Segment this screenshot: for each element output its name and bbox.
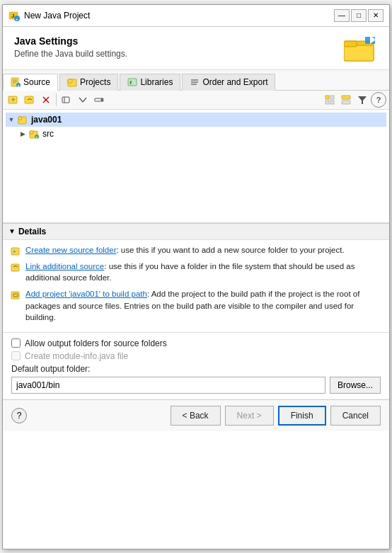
tree-toggle-src[interactable]: ▶ [17,128,28,139]
tree-area[interactable]: ▼ java001 ▶ s src [3,110,389,223]
source-folder-icon: s [28,128,40,139]
svg-text:J: J [11,13,14,19]
header-folder-icon [344,35,378,64]
svg-rect-16 [68,79,72,83]
remove-button[interactable] [38,92,54,108]
svg-rect-48 [11,264,19,271]
options-area: Allow output folders for source folders … [3,332,389,399]
svg-text:+: + [11,96,15,103]
toggle-output-button[interactable] [59,92,74,108]
title-bar-left: J + New Java Project [8,10,90,21]
libraries-tab-icon: ℓ [127,77,137,87]
svg-marker-39 [358,96,367,104]
tab-bar: s Source Projects ℓ Libraries Order [3,70,389,91]
output-folder-row: Browse... [11,377,381,394]
link-source-button[interactable] [22,92,38,108]
tree-item-src[interactable]: ▶ s src [6,127,386,141]
svg-rect-5 [344,45,374,61]
window-title: New Java Project [24,11,90,21]
close-button[interactable]: ✕ [368,9,384,22]
maximize-button[interactable]: □ [351,9,367,22]
output-folder-input[interactable] [11,377,325,394]
expand-all-button[interactable] [322,92,338,108]
tab-source-label: Source [23,77,50,87]
details-text-2: Link additional source: use this if you … [25,261,382,284]
details-header[interactable]: ▼ Details [3,224,389,240]
tab-libraries-label: Libraries [140,77,173,87]
help-toolbar-button[interactable]: ? [371,92,386,108]
allow-output-checkbox[interactable] [11,338,21,348]
svg-rect-24 [25,96,33,103]
allow-output-label[interactable]: Allow output folders for source folders [25,338,167,348]
toolbar-separator-1 [56,93,57,106]
add-source-folder-button[interactable]: + [6,92,21,108]
dropdown-button[interactable] [91,92,107,108]
tree-toggle-java001[interactable]: ▼ [6,114,17,125]
details-content: + Create new source folder: use this if … [3,240,389,332]
toggle-view-button[interactable] [338,92,354,108]
details-icon-3 [10,289,21,300]
filter-button[interactable] [354,92,370,108]
cancel-button[interactable]: Cancel [330,406,381,426]
allow-output-folders-row: Allow output folders for source folders [11,338,381,348]
svg-text:+: + [16,17,18,21]
output-folder-label: Default output folder: [11,364,381,374]
details-icon-2 [10,261,21,273]
svg-rect-41 [18,117,22,120]
tree-label-src: src [42,129,54,139]
tab-order[interactable]: Order and Export [182,74,275,91]
details-text-1: Create new source folder: use this if yo… [25,244,345,256]
svg-rect-36 [330,101,334,104]
tab-libraries[interactable]: ℓ Libraries [120,74,180,91]
source-tab-icon: s [11,77,21,87]
svg-rect-33 [325,96,329,99]
page-subtitle: Define the Java build settings. [14,49,127,59]
svg-rect-27 [62,97,69,103]
finish-button[interactable]: Finish [278,406,326,426]
details-text-suffix-1: : use this if you want to add a new sour… [116,246,344,254]
tree-item-java001[interactable]: ▼ java001 [6,113,386,127]
details-arrow-icon: ▼ [8,227,16,235]
title-bar: J + New Java Project — □ ✕ [3,5,389,27]
add-to-build-path-link[interactable]: Add project 'java001' to build path [25,290,147,298]
create-module-checkbox[interactable] [11,351,21,360]
create-source-link[interactable]: Create new source folder [25,246,116,254]
back-button[interactable]: < Back [171,406,221,426]
svg-rect-37 [342,96,350,99]
svg-text:s: s [35,135,38,139]
header-text: Java Settings Define the Java build sett… [14,35,127,59]
toolbar-right: ? [322,92,386,108]
tab-projects-label: Projects [80,77,110,87]
details-item-3: Add project 'java001' to build path: Add… [10,288,382,324]
svg-text:+: + [13,249,16,255]
footer-buttons: < Back Next > Finish Cancel [171,406,381,426]
create-module-label: Create module-info.java file [25,351,128,361]
svg-rect-35 [325,101,329,104]
svg-text:s: s [18,83,20,87]
tree-toolbar: + [3,91,389,110]
projects-tab-icon [67,77,77,87]
header-area: Java Settings Define the Java build sett… [3,27,389,70]
title-bar-buttons: — □ ✕ [334,9,384,22]
browse-button[interactable]: Browse... [330,377,381,394]
next-button[interactable]: Next > [225,406,274,426]
details-item-2: Link additional source: use this if you … [10,261,382,284]
details-section: ▼ Details + Create new source folder: us… [3,223,389,332]
tab-projects[interactable]: Projects [59,74,118,91]
minimize-button[interactable]: — [334,9,350,22]
svg-line-29 [79,98,83,102]
collapse-button[interactable] [75,92,91,108]
order-tab-icon [190,77,200,87]
link-additional-source-link[interactable]: Link additional source [25,262,104,270]
window-icon: J + [8,10,20,21]
details-icon-1: + [10,245,21,256]
tab-source[interactable]: s Source [3,74,58,91]
svg-text:ℓ: ℓ [129,80,132,85]
footer: ? < Back Next > Finish Cancel [3,399,389,431]
create-module-info-row: Create module-info.java file [11,351,381,361]
project-icon [17,114,28,125]
help-button[interactable]: ? [11,408,27,423]
page-title: Java Settings [14,35,127,47]
tab-order-label: Order and Export [202,77,267,87]
svg-rect-43 [30,131,33,134]
